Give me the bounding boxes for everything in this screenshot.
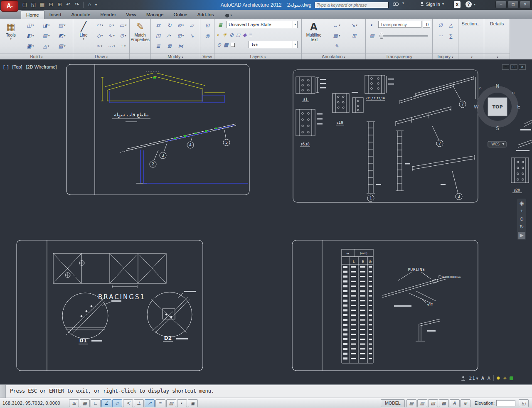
spline-tool-button[interactable]: ∿▾ <box>106 31 117 40</box>
space-tool-button[interactable]: ◬▾ <box>38 42 54 51</box>
application-menu-button[interactable]: A▾ <box>1 0 18 12</box>
id-point-tool-button[interactable]: ∑ <box>446 31 456 40</box>
model-space-canvas[interactable]: مقطع قاب سوله <box>0 59 532 384</box>
zoom-icon[interactable]: ⊙ <box>517 215 526 223</box>
named-views-button[interactable]: ⊡ <box>202 21 212 30</box>
viewcube-south[interactable]: S <box>496 125 499 131</box>
showmotion-icon[interactable]: ▶ <box>518 232 525 239</box>
leader-tool-button[interactable]: ↘▾ <box>346 21 362 30</box>
arc-tool-button[interactable]: ◠▾ <box>94 21 106 30</box>
tab-addins[interactable]: Add-Ins <box>192 10 219 19</box>
annotation-visibility-icon[interactable]: A <box>481 376 485 381</box>
grid-toggle[interactable]: ▦ <box>80 399 90 407</box>
tab-manage[interactable]: Manage <box>141 10 169 19</box>
search-binoculars-icon[interactable] <box>392 1 399 7</box>
command-line[interactable]: Press ESC or ENTER to exit, or right-cli… <box>0 384 532 398</box>
annotation-monitor-icon[interactable] <box>461 376 466 381</box>
panel-label-inquiry[interactable]: Inquiry▾ <box>433 53 458 59</box>
ortho-toggle[interactable]: ∟ <box>91 399 101 407</box>
ducs-toggle[interactable]: ⊥ <box>134 399 144 407</box>
revision-tool-button[interactable]: ✎ <box>328 42 346 51</box>
viewcube-north[interactable]: N <box>496 83 500 89</box>
quick-properties-toggle[interactable]: ◐ <box>177 399 187 407</box>
tab-render[interactable]: Render <box>96 10 121 19</box>
panel-label-layers[interactable]: Layers▾ <box>214 53 301 59</box>
selection-cycling-toggle[interactable]: ▣ <box>188 399 198 407</box>
transparency-toggle[interactable]: ▨ <box>166 399 176 407</box>
command-line-grip[interactable] <box>0 385 6 398</box>
layout-tab-icon[interactable]: ▥ <box>417 399 427 407</box>
pan-icon[interactable]: + <box>517 207 526 215</box>
fillet-tool-button[interactable]: ∕▾ <box>164 31 175 40</box>
line-button[interactable]: ╱ Line ▾ <box>75 20 92 41</box>
plot-icon[interactable]: ⊞ <box>56 1 64 9</box>
layer-off-button[interactable]: ◐ <box>217 30 220 39</box>
save-icon[interactable]: ▦ <box>38 1 46 9</box>
scale-tool-button[interactable]: ≣ <box>153 42 164 51</box>
tab-home[interactable]: Home <box>21 10 44 19</box>
layer-properties-button[interactable]: ≣ <box>216 20 224 29</box>
point-tool-button[interactable]: ⋯▾ <box>106 42 117 51</box>
match-properties-button[interactable]: ✎ Match Properties <box>131 20 150 42</box>
offset-tool-button[interactable]: ▱ <box>186 21 197 30</box>
region-tool-button[interactable]: +▾ <box>117 42 129 51</box>
transparency-value-field[interactable]: 0 <box>423 21 430 28</box>
linetype-dropdown[interactable]: خط▾ <box>249 41 298 48</box>
new-icon[interactable]: ▢ <box>21 1 29 9</box>
wcs-button[interactable]: WCS <box>488 141 506 147</box>
details-panel-title[interactable]: Details <box>484 21 510 26</box>
help-button[interactable]: ? ▾ <box>466 1 476 7</box>
ellipse-tool-button[interactable]: ⊙▾ <box>117 31 129 40</box>
layer-match-button[interactable]: ≡ <box>249 30 252 39</box>
slab-tool-button[interactable]: ◩▾ <box>54 31 70 40</box>
viewcube-west[interactable]: W <box>474 104 479 110</box>
stretch-tool-button[interactable]: ↘ <box>186 31 197 40</box>
quick-view-layouts-icon[interactable]: ▩ <box>439 399 449 407</box>
door-tool-button[interactable]: ◨▾ <box>38 21 54 30</box>
list-tool-button[interactable]: ⋯ <box>435 31 446 40</box>
grid-tool-button[interactable]: ▣▾ <box>22 42 38 51</box>
wipeout-tool-button[interactable]: ⊞ <box>346 31 362 40</box>
annotation-autoscale-icon[interactable]: A <box>487 376 490 381</box>
save-as-icon[interactable]: ⊟ <box>47 1 55 9</box>
quick-view-drawings-icon[interactable]: ▧ <box>428 399 438 407</box>
viewcube-top-face[interactable]: TOP <box>493 104 503 110</box>
sun-icon[interactable]: ☀ <box>503 376 507 381</box>
table-tool-button[interactable]: ▦▾ <box>328 31 346 40</box>
layer-state-dropdown[interactable]: Unsaved Layer State▾ <box>226 21 298 28</box>
stair-tool-button[interactable]: ▥▾ <box>38 31 54 40</box>
annotation-scale-icon[interactable]: A <box>450 399 460 407</box>
model-tab-icon[interactable]: ▤ <box>406 399 416 407</box>
layer-freeze-button[interactable]: ◆ <box>243 30 246 39</box>
panel-label-section[interactable]: ▾ <box>458 53 484 59</box>
clean-screen-icon[interactable]: ◱ <box>519 399 529 407</box>
infocenter-search-input[interactable] <box>315 2 389 8</box>
drawing-close-button[interactable]: × <box>519 64 526 70</box>
panel-label-view[interactable]: View <box>200 53 214 59</box>
viewport-minimize-control[interactable]: [−] <box>3 64 9 69</box>
otrack-toggle[interactable]: ∢ <box>123 399 133 407</box>
layer-walk-button[interactable]: ⊙ <box>217 40 221 49</box>
tools-button[interactable]: ▦ Tools ▾ <box>2 20 20 41</box>
panel-label-annotation[interactable]: Annotation▾ <box>302 53 365 59</box>
drawing-restore-button[interactable]: □ <box>510 64 517 70</box>
roof-tool-button[interactable]: ◧▾ <box>22 31 38 40</box>
viewcube[interactable]: TOP N W E S ⌂ ↻ <box>474 83 520 131</box>
viewport-visual-style-control[interactable]: [2D Wireframe] <box>26 64 57 69</box>
viewcube-east[interactable]: E <box>517 104 520 110</box>
polar-toggle[interactable]: ∠ <box>101 399 111 407</box>
viewcube-roll-icon[interactable]: ↻ <box>512 91 515 95</box>
snap-toggle[interactable]: ⊞ <box>69 399 79 407</box>
tab-view[interactable]: View <box>121 10 141 19</box>
panel-label-build[interactable]: Build▾ <box>0 53 73 59</box>
measure-tool-button[interactable]: ∅ <box>435 21 446 30</box>
signin-control[interactable]: Sign In ▾ <box>419 1 445 7</box>
area-tool-button[interactable]: △ <box>446 21 456 30</box>
panel-label-transparency[interactable]: Transparency <box>366 53 432 59</box>
orbit-icon[interactable]: ↻ <box>517 223 526 231</box>
transparency-field[interactable]: Transparency <box>378 21 421 28</box>
erase-tool-button[interactable]: ⊠ <box>164 42 175 51</box>
window-tool-button[interactable]: ▤▾ <box>54 21 70 30</box>
move-tool-button[interactable]: ⇄ <box>153 21 164 30</box>
coordinates-readout[interactable]: 168.3102, 95.7032, 0.0000 <box>2 401 69 406</box>
